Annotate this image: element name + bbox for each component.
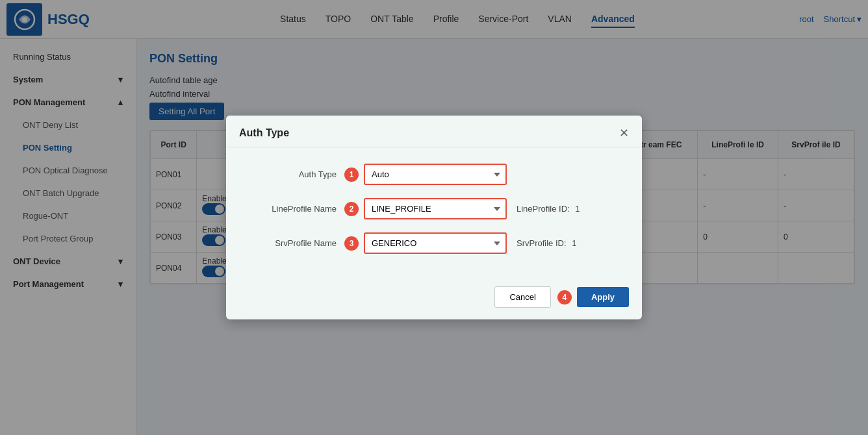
modal-title: Auth Type	[239, 127, 289, 139]
auth-type-modal: Auth Type ✕ Auth Type 1 Auto Manual Line…	[226, 116, 642, 319]
step-badge-3: 3	[344, 236, 359, 251]
modal-footer: Cancel 4 Apply	[226, 280, 642, 319]
modal-overlay: Auth Type ✕ Auth Type 1 Auto Manual Line…	[0, 0, 868, 435]
form-row-line-profile: LineProfile Name 2 LINE_PROFILE LineProf…	[246, 198, 622, 219]
modal-header: Auth Type ✕	[226, 116, 642, 147]
form-row-srv-profile: SrvProfile Name 3 GENERICO SrvProfile ID…	[246, 232, 622, 254]
cancel-button[interactable]: Cancel	[494, 286, 550, 308]
line-profile-id-label: LineProfile ID: 1	[517, 204, 580, 214]
modal-close-button[interactable]: ✕	[619, 126, 629, 140]
auth-type-select[interactable]: Auto Manual	[364, 164, 507, 185]
srv-profile-label: SrvProfile Name	[246, 238, 337, 248]
line-profile-select[interactable]: LINE_PROFILE	[364, 198, 507, 219]
line-profile-label: LineProfile Name	[246, 204, 337, 214]
step-badge-1: 1	[344, 168, 359, 182]
form-row-auth-type: Auth Type 1 Auto Manual	[246, 164, 622, 185]
auth-type-label: Auth Type	[246, 169, 337, 179]
srv-profile-select[interactable]: GENERICO	[364, 232, 507, 254]
srv-profile-id-label: SrvProfile ID: 1	[517, 238, 576, 248]
apply-button[interactable]: Apply	[577, 287, 629, 307]
step-badge-4: 4	[557, 290, 572, 304]
modal-body: Auth Type 1 Auto Manual LineProfile Name…	[226, 147, 642, 280]
step-badge-2: 2	[344, 202, 359, 216]
